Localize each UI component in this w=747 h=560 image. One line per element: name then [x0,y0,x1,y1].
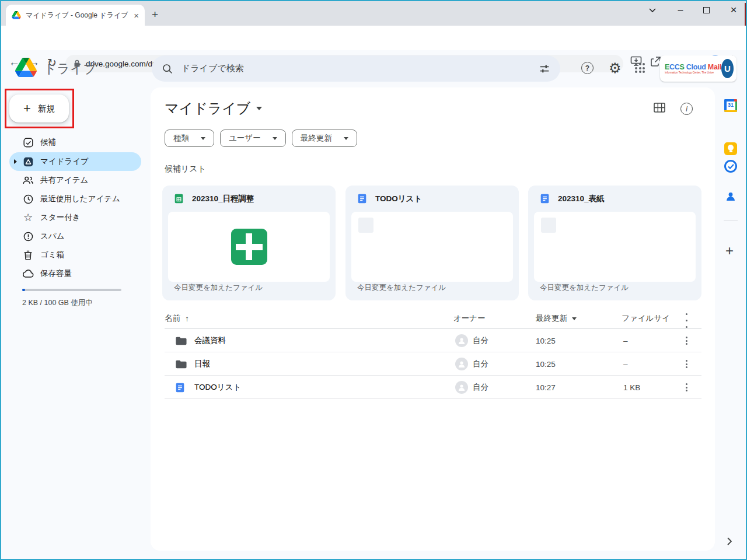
tasks-icon[interactable] [724,160,737,173]
docs-file-icon [357,194,367,204]
window-maximize-button[interactable] [696,2,717,18]
calendar-icon[interactable]: 31 [724,99,737,112]
table-row[interactable]: 日報 自分 10:25 – [165,352,701,376]
owner-name: 自分 [473,376,488,399]
suggestion-card-reason: 今日変更を加えたファイル [174,283,263,293]
folder-icon [175,329,187,352]
contacts-icon[interactable] [724,190,737,203]
sidebar-item-trash[interactable]: ゴミ箱 [9,246,141,264]
file-table-header: 名前 ↑ オーナー 最終更新 ファイルサイ [165,309,701,329]
modified-time: 10:27 [536,376,556,399]
spam-alert-icon [22,230,34,242]
account-badge[interactable]: ECCS Cloud Mail Information Technology C… [660,55,736,82]
storage-usage-text: 2 KB / 100 GB 使用中 [22,298,93,308]
tab-search-chevron-icon[interactable] [642,2,663,18]
row-menu-icon[interactable] [686,376,687,399]
window-close-button[interactable]: × [723,2,744,18]
page-title-text: マイドライブ [165,99,250,118]
row-menu-icon[interactable] [686,329,687,352]
modified-time: 10:25 [536,352,556,376]
storage-progress-bar [22,289,121,291]
sidebar-item-label: スパム [40,231,64,242]
filter-chip-people[interactable]: ユーザー [220,130,286,147]
file-name: TODOリスト [194,376,241,399]
brand-subtext: Information Technology Center, The Unive… [665,71,714,74]
add-addon-icon[interactable]: + [725,243,734,259]
annotation-highlight-box [5,89,74,128]
sheets-thumbnail-icon [231,229,267,265]
browser-tab[interactable]: マイドライブ - Google ドライブ × [6,5,145,26]
share-icon[interactable] [650,56,661,69]
approved-check-icon [22,136,34,148]
info-icon[interactable]: i [680,103,693,115]
suggestion-card[interactable]: 202310_表紙 今日変更を加えたファイル [528,186,701,300]
window-minimize-button[interactable]: – [670,2,691,18]
filter-chips: 種類 ユーザー 最終更新 [165,130,357,147]
search-input[interactable]: ドライブで検索 [152,55,560,82]
sidebar-item-label: マイドライブ [40,156,89,167]
tab-title: マイドライブ - Google ドライブ [26,10,129,20]
column-modified[interactable]: 最終更新 [536,313,577,324]
header-menu-icon[interactable] [686,313,687,328]
settings-gear-icon[interactable]: ⚙ [609,61,622,75]
sidebar-item-label: ゴミ箱 [40,250,64,260]
suggestion-card[interactable]: TODOリスト 今日変更を加えたファイル [345,186,519,300]
new-tab-button[interactable]: + [152,8,158,21]
main-content: マイドライブ i 種類 ユーザー 最終更新 候補リスト [151,88,715,551]
file-name: 日報 [194,352,210,376]
docs-file-icon [175,376,185,399]
star-icon: ☆ [22,212,34,223]
page-title[interactable]: マイドライブ [165,99,262,118]
owner-name: 自分 [473,329,488,352]
suggestion-card[interactable]: 202310_日程調整 今日変更を加えたファイル [162,186,336,300]
help-icon[interactable]: ? [581,62,594,74]
file-preview [168,212,330,282]
column-size[interactable]: ファイルサイ [622,313,670,324]
account-brand: ECCS Cloud Mail Information Technology C… [665,63,721,74]
brand-text: Cloud [685,63,708,71]
filter-chip-type[interactable]: 種類 [165,130,214,147]
sidebar-item-my-drive[interactable]: マイドライブ [9,152,141,171]
expander-arrow-icon[interactable] [14,159,17,164]
column-name[interactable]: 名前 ↑ [165,313,189,324]
brand-text: Mail [708,63,721,71]
apps-grid-icon[interactable] [635,63,645,73]
search-options-icon[interactable] [539,63,550,75]
docs-file-icon [540,194,550,204]
brand-text: S [680,63,685,71]
owner-avatar [455,329,468,352]
suggestion-card-reason: 今日変更を加えたファイル [357,283,446,293]
filter-chip-modified[interactable]: 最終更新 [292,130,357,147]
drive-logo-icon[interactable] [15,58,37,79]
rail-divider [724,220,738,221]
search-icon[interactable] [162,63,173,75]
file-size: – [623,329,628,352]
chip-label: 最終更新 [301,133,332,144]
row-menu-icon[interactable] [686,352,687,376]
table-row[interactable]: TODOリスト 自分 10:27 1 KB [165,376,701,399]
column-owner[interactable]: オーナー [453,313,486,324]
suggestions-heading: 候補リスト [165,164,206,174]
people-icon [22,174,34,186]
grid-view-icon[interactable] [654,103,665,115]
file-preview [534,212,696,282]
sidebar-item-starred[interactable]: ☆ スター付き [9,208,141,227]
table-row[interactable]: 会議資料 自分 10:25 – [165,329,701,352]
trash-icon [22,249,34,261]
sidebar-item-spam[interactable]: スパム [9,227,141,246]
sort-ascending-icon[interactable]: ↑ [185,314,189,323]
sidebar-item-storage[interactable]: 保存容量 [9,264,141,283]
sidebar-item-recent[interactable]: 最近使用したアイテム [9,190,141,208]
sidebar-item-shared[interactable]: 共有アイテム [9,171,141,190]
sidebar-item-label: 候補 [40,137,56,148]
file-size: – [623,352,628,376]
sheets-file-icon [174,194,184,204]
drive-profile-avatar[interactable]: U [721,59,734,78]
chevron-down-icon [256,107,262,110]
sidebar-item-suggested[interactable]: 候補 [9,133,141,152]
brand-text: E [665,63,669,71]
keep-icon[interactable] [724,142,737,155]
hide-side-panel-chevron-icon[interactable] [727,537,732,548]
tab-close-icon[interactable]: × [134,11,139,20]
search-placeholder: ドライブで検索 [181,63,539,74]
